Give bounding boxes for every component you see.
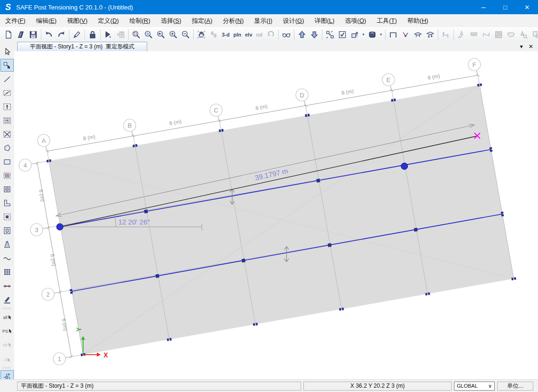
previous-zoom-button[interactable] [155, 28, 167, 41]
units-button[interactable]: 单位... [497, 382, 533, 391]
show-slab-loads-button[interactable] [424, 28, 436, 41]
tab-close-icon[interactable]: ✕ [529, 43, 533, 50]
tendon-node[interactable] [57, 224, 63, 230]
show-slab-columns-button[interactable] [412, 28, 424, 41]
snap-vector-button[interactable] [399, 28, 412, 41]
save-button[interactable] [27, 28, 39, 41]
menu-assign[interactable]: 指定(A) [187, 14, 217, 27]
menu-design[interactable]: 设计(G) [278, 14, 310, 27]
object-shading-button[interactable] [366, 28, 378, 41]
toolbar-divider [3, 367, 11, 369]
grid-bubble-label: C [214, 107, 218, 114]
title-bar: S SAFE Post Tensioning C 20.1.0 - (Untit… [0, 0, 538, 14]
view-elevation-button[interactable]: elv [243, 28, 254, 41]
dim-label-x: 8 (m) [169, 119, 182, 126]
view-3d-button[interactable]: 3-d [220, 28, 232, 41]
restore-full-view-button[interactable] [142, 28, 155, 41]
draw-opening-tool[interactable] [0, 224, 14, 237]
menu-detailing[interactable]: 详图(L) [309, 14, 340, 27]
quick-draw-line-tool[interactable] [0, 86, 14, 99]
menu-draw[interactable]: 绘制(R) [124, 14, 155, 27]
minimize-button[interactable]: ─ [472, 0, 494, 14]
object-shading-caret[interactable]: ▾ [378, 32, 384, 37]
coordinate-system-value: GLOBAL [457, 382, 478, 390]
reshape-object-tool[interactable] [0, 59, 14, 72]
menu-tools[interactable]: 工具(T) [371, 14, 402, 27]
coordinate-system-select[interactable]: GLOBAL ∨ [454, 382, 495, 391]
grid-bubble-label: 3 [35, 226, 38, 233]
draw-slab-pen-tool[interactable] [0, 293, 14, 306]
select-ps-tool[interactable]: PS [0, 325, 14, 337]
chevron-down-icon: ∨ [488, 382, 492, 390]
grid-bubble-label: B [128, 122, 132, 129]
grid-bubble-label: 1 [57, 355, 61, 363]
model-canvas[interactable]: 39.1797 m 12 20' 26" X [14, 51, 538, 380]
toolbar-separator [85, 29, 85, 40]
menu-analyze[interactable]: 分析(N) [217, 14, 249, 27]
move-up-in-list-button[interactable] [296, 28, 308, 41]
close-button[interactable]: ✕ [516, 0, 538, 14]
undo-button[interactable] [43, 28, 55, 41]
rubber-band-zoom-button[interactable] [130, 28, 142, 41]
draw-polygon-area-tool[interactable] [0, 141, 14, 154]
quick-draw-beams-tool[interactable] [0, 114, 14, 127]
draw-line-tool[interactable] [0, 73, 14, 85]
redo-button[interactable] [55, 28, 67, 41]
quick-draw-area-tool[interactable] [0, 169, 14, 182]
extrude-view-button[interactable] [349, 28, 361, 41]
toolbar-separator [438, 29, 438, 40]
draw-rectangle-area-tool[interactable] [0, 155, 14, 168]
draw-mesh-tool[interactable] [0, 265, 14, 278]
dim-label-x: 8 (m) [255, 103, 268, 111]
menu-options[interactable]: 选项(O) [340, 14, 371, 27]
quick-draw-brace-tool[interactable] [0, 128, 14, 140]
grid-bubble-label: 2 [46, 291, 49, 298]
open-file-button[interactable] [15, 28, 27, 41]
select-all-tool[interactable]: all [0, 311, 14, 324]
dim-label-y: 6 (m) [61, 318, 68, 331]
status-view-label: 平面视图 - Story1 - Z = 3 (m) [17, 382, 301, 391]
click-draw-area-tool[interactable] [0, 183, 14, 196]
select-pointer-tool[interactable] [0, 45, 14, 58]
menu-file[interactable]: 文件(F) [0, 14, 31, 27]
strip-display-button [468, 28, 480, 41]
quick-draw-wall-tool[interactable] [0, 210, 14, 223]
menu-display[interactable]: 显示(I) [249, 14, 277, 27]
menu-view[interactable]: 视图(V) [62, 14, 93, 27]
draw-wall-tool[interactable] [0, 196, 14, 209]
pan-button[interactable] [195, 28, 208, 41]
menu-help[interactable]: 帮助(H) [402, 14, 434, 27]
object-visibility-button[interactable] [280, 28, 293, 41]
draw-rebar-tool[interactable] [0, 279, 14, 292]
clear-selection-tool: clr [0, 338, 14, 351]
lock-model-button[interactable] [86, 28, 99, 41]
move-down-in-list-button[interactable] [308, 28, 321, 41]
grid-bubble-label: A [42, 137, 46, 144]
zoom-out-button[interactable] [179, 28, 192, 41]
menu-define[interactable]: 定义(D) [93, 14, 124, 27]
window-title: SAFE Post Tensioning C 20.1.0 - (Untitle… [16, 4, 133, 11]
axis-x-label: X [104, 351, 108, 359]
dim-label-y: 6 (m) [49, 253, 57, 266]
quick-draw-column-tool[interactable] [0, 100, 14, 113]
select-check-button[interactable] [336, 28, 349, 41]
zoom-in-button[interactable] [167, 28, 179, 41]
menu-select[interactable]: 选择(S) [156, 14, 187, 27]
tendon-profile-tool[interactable] [0, 252, 14, 264]
extrude-view-caret[interactable]: ▾ [361, 32, 366, 37]
menu-edit[interactable]: 编辑(E) [31, 14, 62, 27]
draw-frame-button[interactable] [387, 28, 399, 41]
dim-label-y: 6 (m) [38, 189, 46, 202]
new-model-button[interactable] [2, 28, 15, 41]
pen-tool-button[interactable] [71, 28, 83, 41]
tendon-node[interactable] [401, 163, 408, 169]
run-analysis-button[interactable] [102, 28, 114, 41]
view-plan-button[interactable]: pln [232, 28, 244, 41]
plan-view-tab[interactable]: 平面视图 - Story1 - Z = 3 (m) 重定形模式 [17, 42, 147, 51]
maximize-button[interactable]: □ [494, 0, 516, 14]
draw-tendon-tool[interactable] [0, 238, 14, 251]
tab-list-icon[interactable]: ▾ [520, 43, 523, 50]
shrink-objects-button[interactable] [324, 28, 336, 41]
measure-angle-label: 12 20' 26" [118, 218, 150, 226]
axis-y-label: Y [75, 327, 83, 332]
